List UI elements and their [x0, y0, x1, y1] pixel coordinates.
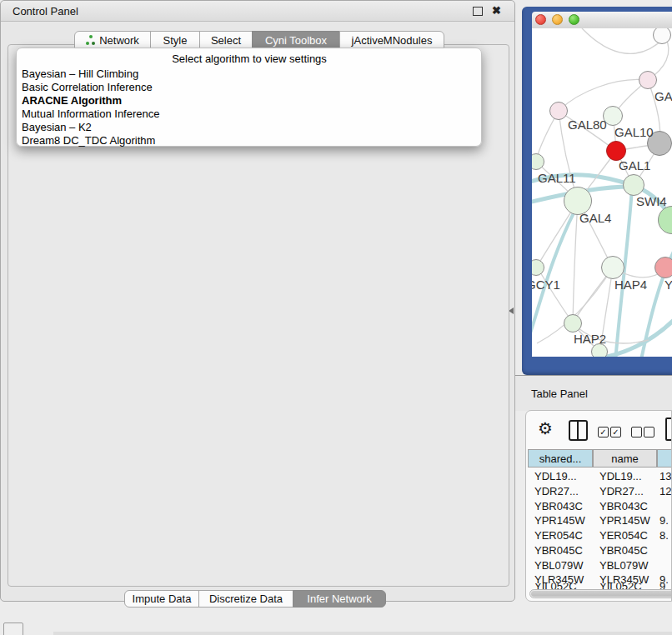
cell: 9.: [657, 514, 669, 527]
dropdown-item[interactable]: Basic Correlation Inference: [21, 81, 477, 94]
network-node[interactable]: [549, 102, 568, 120]
network-canvas[interactable]: GAL GAL80 GAL10 GAL1 GAL11 SWI4 GAL4 GCY…: [532, 28, 672, 357]
cell: YPR145W: [528, 514, 593, 527]
dropdown-item-selected[interactable]: ARACNE Algorithm: [21, 94, 477, 108]
table-panel-title: Table Panel: [531, 388, 588, 400]
column-header-partial[interactable]: [657, 449, 672, 468]
table-panel-frame: ⚙ ✓ ✓ shared... name YDL19...YDL19...13 …: [525, 410, 672, 602]
tab-cyni-toolbox-label: Cyni Toolbox: [265, 34, 327, 47]
network-node[interactable]: [601, 256, 624, 279]
control-panel-titlebar: Control Panel ✖: [1, 1, 514, 22]
column-header-name[interactable]: name: [593, 449, 657, 468]
tab-network-label: Network: [99, 34, 139, 47]
node-label: Y: [664, 278, 672, 292]
tab-style[interactable]: Style: [150, 31, 200, 49]
node-label: GAL10: [614, 125, 654, 139]
cell: YBR043C: [528, 500, 593, 512]
table-row[interactable]: YBR043CYBR043C: [528, 498, 672, 513]
cell: YPR145W: [593, 514, 657, 527]
cell: YBL079W: [593, 559, 657, 572]
table-row[interactable]: YBL079WYBL079W: [528, 558, 672, 572]
select-all-checkbox-icon[interactable]: ✓: [598, 427, 609, 438]
deselect-all-checkbox-icon[interactable]: [644, 427, 654, 438]
network-node[interactable]: [564, 314, 582, 332]
split-columns-icon[interactable]: [569, 420, 588, 441]
deselect-all-checkbox-icon[interactable]: [631, 427, 642, 438]
dropdown-item[interactable]: Mutual Information Inference: [21, 108, 477, 121]
cell: YER054C: [593, 529, 657, 542]
dropdown-item[interactable]: Bayesian – K2: [21, 121, 477, 134]
float-window-icon[interactable]: [473, 7, 483, 18]
tab-impute-data-label: Impute Data: [133, 592, 192, 605]
table-panel-titlebar: Table Panel: [515, 375, 672, 411]
cell: 12: [657, 485, 671, 498]
cell: YER054C: [528, 529, 593, 542]
node-label: GAL80: [568, 118, 607, 132]
control-panel-window: Control Panel ✖ Network Style Select Cyn…: [0, 0, 515, 602]
column-header-label: name: [611, 452, 639, 465]
table-row[interactable]: YDL19...YDL19...13: [528, 469, 672, 484]
cell: YBR045C: [528, 544, 593, 557]
dropdown-item[interactable]: Bayesian – Hill Climbing: [21, 68, 477, 81]
bottom-window-edge: [53, 632, 672, 635]
cell: YBR045C: [593, 544, 657, 557]
network-node[interactable]: [639, 71, 657, 89]
node-label: GAL4: [579, 211, 611, 225]
network-node[interactable]: [654, 257, 672, 278]
tab-network[interactable]: Network: [74, 31, 151, 49]
node-label: HAP2: [574, 332, 606, 346]
tab-select[interactable]: Select: [199, 31, 253, 49]
cell: YDR27...: [528, 485, 593, 498]
control-panel-title: Control Panel: [13, 5, 78, 18]
select-all-checkbox-icon[interactable]: ✓: [610, 427, 621, 438]
cell: 13: [657, 470, 671, 482]
column-header-label: shared...: [539, 452, 582, 465]
screen: Control Panel ✖ Network Style Select Cyn…: [0, 0, 672, 635]
tab-infer-network[interactable]: Infer Network: [293, 590, 386, 608]
network-node[interactable]: [623, 174, 644, 196]
table-horizontal-scrollbar[interactable]: [529, 589, 672, 598]
tab-discretize-data[interactable]: Discretize Data: [198, 590, 293, 608]
tab-style-label: Style: [163, 34, 188, 47]
tab-jactivemnodules[interactable]: jActiveMNodules: [339, 31, 444, 49]
node-label: SWI4: [636, 194, 667, 208]
node-label: GAL1: [619, 158, 650, 172]
close-traffic-light[interactable]: [535, 14, 546, 25]
node-label: GAL11: [538, 171, 576, 185]
table-row[interactable]: YPR145WYPR145W9.: [528, 513, 672, 528]
cell: YDR27...: [593, 485, 657, 498]
tab-impute-data[interactable]: Impute Data: [124, 590, 199, 608]
tab-discretize-data-label: Discretize Data: [209, 592, 283, 605]
algorithm-dropdown-popup: Select algorithm to view settings Bayesi…: [16, 48, 482, 147]
node-label: GCY1: [532, 278, 560, 292]
node-label: GAL: [654, 89, 672, 103]
cell: 8.: [657, 529, 669, 542]
table-row[interactable]: YBR045CYBR045C: [528, 543, 672, 558]
tab-infer-network-label: Infer Network: [307, 592, 371, 605]
cell: YDL19...: [528, 470, 593, 482]
node-label: HAP4: [614, 278, 647, 292]
dropdown-item[interactable]: Dream8 DC_TDC Algorithm: [21, 134, 477, 148]
taskbar-item-icon[interactable]: [3, 622, 23, 635]
cell: YBL079W: [528, 559, 593, 572]
table-row[interactable]: YDR27...YDR27...12: [528, 484, 672, 499]
dropdown-prompt: Select algorithm to view settings: [21, 51, 477, 68]
export-table-icon[interactable]: [665, 418, 672, 441]
close-window-icon[interactable]: ✖: [492, 5, 501, 16]
zoom-traffic-light[interactable]: [569, 14, 579, 25]
minimize-traffic-light[interactable]: [552, 14, 563, 25]
cell: YBR043C: [593, 500, 657, 512]
network-tab-icon: [86, 35, 95, 45]
settings-gear-icon[interactable]: ⚙: [538, 418, 553, 438]
tab-jactivemnodules-label: jActiveMNodules: [352, 34, 433, 47]
tab-select-label: Select: [211, 34, 241, 47]
table-row[interactable]: YER054CYER054C8.: [528, 528, 672, 543]
column-header-shared-name[interactable]: shared...: [528, 449, 593, 468]
tab-cyni-toolbox[interactable]: Cyni Toolbox: [252, 31, 340, 49]
cell: YDL19...: [593, 470, 657, 482]
